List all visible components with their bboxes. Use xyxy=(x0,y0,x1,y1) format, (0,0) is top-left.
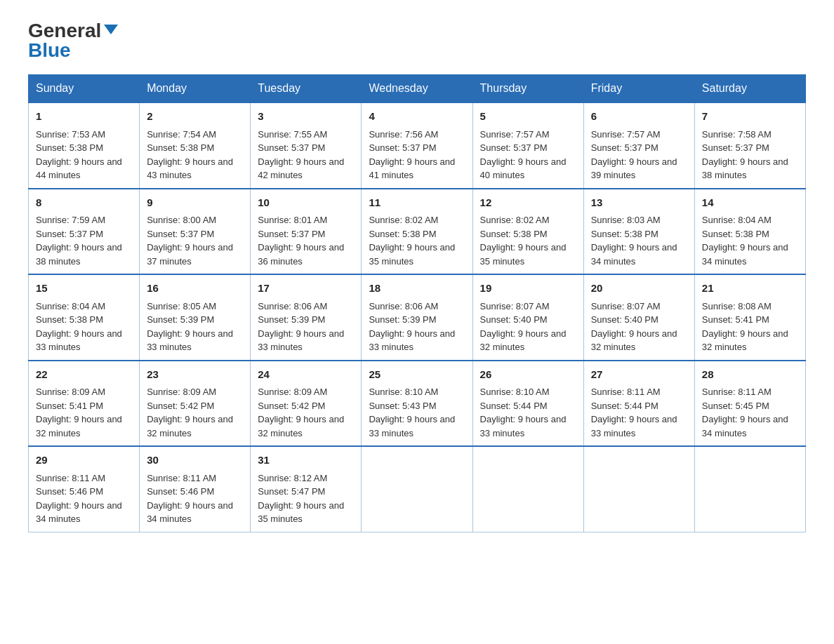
day-number: 5 xyxy=(480,109,576,125)
sunrise-text: Sunrise: 8:07 AM xyxy=(591,301,661,311)
daylight-text: Daylight: 9 hours and 40 minutes xyxy=(480,156,567,181)
daylight-text: Daylight: 9 hours and 44 minutes xyxy=(36,156,122,181)
day-number: 3 xyxy=(258,109,354,125)
day-number: 25 xyxy=(369,367,465,383)
calendar-day-cell: 8Sunrise: 7:59 AMSunset: 5:37 PMDaylight… xyxy=(29,189,140,275)
calendar-day-cell: 16Sunrise: 8:05 AMSunset: 5:39 PMDayligh… xyxy=(140,274,251,361)
sunrise-text: Sunrise: 7:57 AM xyxy=(480,129,550,140)
sunset-text: Sunset: 5:38 PM xyxy=(36,314,103,325)
sunset-text: Sunset: 5:45 PM xyxy=(702,401,769,411)
calendar-day-cell xyxy=(583,446,694,532)
day-number: 15 xyxy=(36,281,132,297)
day-number: 7 xyxy=(702,109,798,125)
daylight-text: Daylight: 9 hours and 33 minutes xyxy=(258,328,344,353)
day-of-week-header: Saturday xyxy=(694,75,805,103)
daylight-text: Daylight: 9 hours and 34 minutes xyxy=(702,242,788,267)
sunset-text: Sunset: 5:39 PM xyxy=(147,314,214,325)
day-number: 24 xyxy=(258,367,354,383)
sunset-text: Sunset: 5:37 PM xyxy=(258,229,325,239)
sunset-text: Sunset: 5:38 PM xyxy=(480,229,548,239)
sunset-text: Sunset: 5:44 PM xyxy=(591,401,658,411)
day-number: 9 xyxy=(147,195,243,211)
sunrise-text: Sunrise: 8:04 AM xyxy=(702,215,772,225)
day-number: 29 xyxy=(36,452,132,469)
daylight-text: Daylight: 9 hours and 32 minutes xyxy=(702,328,788,353)
sunset-text: Sunset: 5:37 PM xyxy=(369,142,436,153)
calendar-day-cell: 5Sunrise: 7:57 AMSunset: 5:37 PMDaylight… xyxy=(472,102,583,189)
day-number: 16 xyxy=(147,281,243,297)
sunrise-text: Sunrise: 8:11 AM xyxy=(147,473,216,483)
sunrise-text: Sunrise: 7:56 AM xyxy=(369,129,438,140)
calendar-day-cell: 7Sunrise: 7:58 AMSunset: 5:37 PMDaylight… xyxy=(694,102,805,189)
calendar-day-cell: 10Sunrise: 8:01 AMSunset: 5:37 PMDayligh… xyxy=(251,189,362,275)
day-number: 28 xyxy=(702,367,798,383)
day-number: 4 xyxy=(369,109,465,125)
daylight-text: Daylight: 9 hours and 38 minutes xyxy=(36,242,122,267)
day-number: 13 xyxy=(591,195,687,211)
day-number: 10 xyxy=(258,195,354,211)
calendar-day-cell: 20Sunrise: 8:07 AMSunset: 5:40 PMDayligh… xyxy=(583,274,694,361)
calendar-week-row: 8Sunrise: 7:59 AMSunset: 5:37 PMDaylight… xyxy=(29,189,806,275)
sunrise-text: Sunrise: 8:01 AM xyxy=(258,215,327,225)
calendar-day-cell: 9Sunrise: 8:00 AMSunset: 5:37 PMDaylight… xyxy=(140,189,251,275)
day-number: 31 xyxy=(258,452,354,469)
calendar-day-cell xyxy=(694,446,805,532)
daylight-text: Daylight: 9 hours and 38 minutes xyxy=(702,156,788,181)
sunset-text: Sunset: 5:40 PM xyxy=(480,314,548,325)
day-number: 22 xyxy=(36,367,132,383)
daylight-text: Daylight: 9 hours and 32 minutes xyxy=(147,414,233,438)
sunrise-text: Sunrise: 7:53 AM xyxy=(36,129,105,140)
calendar-day-cell: 25Sunrise: 8:10 AMSunset: 5:43 PMDayligh… xyxy=(362,361,472,447)
daylight-text: Daylight: 9 hours and 34 minutes xyxy=(147,500,233,525)
sunrise-text: Sunrise: 8:09 AM xyxy=(36,387,105,397)
sunrise-text: Sunrise: 8:09 AM xyxy=(258,387,327,397)
calendar-week-row: 29Sunrise: 8:11 AMSunset: 5:46 PMDayligh… xyxy=(29,446,806,532)
day-of-week-header: Tuesday xyxy=(251,75,362,103)
sunset-text: Sunset: 5:43 PM xyxy=(369,401,436,411)
sunrise-text: Sunrise: 8:02 AM xyxy=(480,215,550,225)
sunrise-text: Sunrise: 8:00 AM xyxy=(147,215,216,225)
sunrise-text: Sunrise: 8:11 AM xyxy=(591,387,661,397)
sunrise-text: Sunrise: 8:10 AM xyxy=(480,387,550,397)
day-number: 23 xyxy=(147,367,243,383)
daylight-text: Daylight: 9 hours and 32 minutes xyxy=(591,328,677,353)
sunset-text: Sunset: 5:37 PM xyxy=(702,142,769,153)
sunset-text: Sunset: 5:37 PM xyxy=(591,142,658,153)
daylight-text: Daylight: 9 hours and 34 minutes xyxy=(702,414,788,438)
calendar-day-cell: 22Sunrise: 8:09 AMSunset: 5:41 PMDayligh… xyxy=(29,361,140,447)
sunset-text: Sunset: 5:42 PM xyxy=(147,401,214,411)
sunset-text: Sunset: 5:38 PM xyxy=(147,142,214,153)
calendar-day-cell: 27Sunrise: 8:11 AMSunset: 5:44 PMDayligh… xyxy=(583,361,694,447)
daylight-text: Daylight: 9 hours and 33 minutes xyxy=(369,328,455,353)
sunrise-text: Sunrise: 8:03 AM xyxy=(591,215,661,225)
calendar-day-cell: 24Sunrise: 8:09 AMSunset: 5:42 PMDayligh… xyxy=(251,361,362,447)
daylight-text: Daylight: 9 hours and 42 minutes xyxy=(258,156,344,181)
logo-triangle-icon xyxy=(104,25,118,34)
calendar-day-cell: 31Sunrise: 8:12 AMSunset: 5:47 PMDayligh… xyxy=(251,446,362,532)
calendar-day-cell xyxy=(472,446,583,532)
daylight-text: Daylight: 9 hours and 34 minutes xyxy=(591,242,677,267)
sunset-text: Sunset: 5:38 PM xyxy=(369,229,436,239)
day-number: 6 xyxy=(591,109,687,125)
sunrise-text: Sunrise: 8:10 AM xyxy=(369,387,438,397)
day-number: 11 xyxy=(369,195,465,211)
day-number: 17 xyxy=(258,281,354,297)
day-number: 20 xyxy=(591,281,687,297)
sunrise-text: Sunrise: 8:02 AM xyxy=(369,215,438,225)
sunset-text: Sunset: 5:39 PM xyxy=(369,314,436,325)
calendar-day-cell: 6Sunrise: 7:57 AMSunset: 5:37 PMDaylight… xyxy=(583,102,694,189)
calendar-day-cell: 17Sunrise: 8:06 AMSunset: 5:39 PMDayligh… xyxy=(251,274,362,361)
calendar-day-cell: 12Sunrise: 8:02 AMSunset: 5:38 PMDayligh… xyxy=(472,189,583,275)
calendar-table: SundayMondayTuesdayWednesdayThursdayFrid… xyxy=(28,74,806,532)
calendar-day-cell: 1Sunrise: 7:53 AMSunset: 5:38 PMDaylight… xyxy=(29,102,140,189)
day-number: 1 xyxy=(36,109,132,125)
logo: General Blue xyxy=(28,21,118,60)
daylight-text: Daylight: 9 hours and 34 minutes xyxy=(36,500,122,525)
daylight-text: Daylight: 9 hours and 32 minutes xyxy=(36,414,122,438)
sunset-text: Sunset: 5:37 PM xyxy=(147,229,214,239)
calendar-day-cell: 30Sunrise: 8:11 AMSunset: 5:46 PMDayligh… xyxy=(140,446,251,532)
day-of-week-header: Sunday xyxy=(29,75,140,103)
calendar-day-cell: 18Sunrise: 8:06 AMSunset: 5:39 PMDayligh… xyxy=(362,274,472,361)
daylight-text: Daylight: 9 hours and 35 minutes xyxy=(258,500,344,525)
sunset-text: Sunset: 5:37 PM xyxy=(36,229,103,239)
